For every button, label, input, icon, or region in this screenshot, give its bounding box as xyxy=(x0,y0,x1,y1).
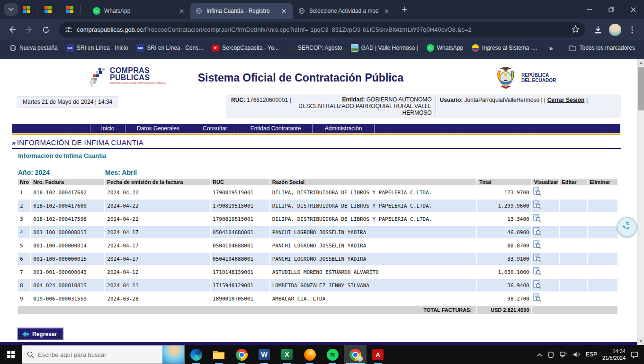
scroll-down-icon[interactable]: ▼ xyxy=(637,338,644,345)
sercop-page: COMPRAS PUBLICAS SERVICIO NACIONAL DE CO… xyxy=(0,59,637,345)
reload-icon[interactable] xyxy=(39,23,53,37)
menu-item-consultar[interactable]: Consultar xyxy=(191,124,239,133)
browser-toolbar: compraspublicas.gob.ec/ProcesoContrataci… xyxy=(0,19,644,40)
logout-link[interactable]: Cerrar Sesión xyxy=(547,97,585,103)
menu-item-administracion[interactable]: Administración xyxy=(312,124,374,133)
tray-device-icon[interactable] xyxy=(548,351,554,358)
notification-center-icon[interactable] xyxy=(631,351,638,358)
tab-title: Seleccione Actividad a modificar xyxy=(309,8,378,14)
total-filler xyxy=(532,306,617,314)
cell-eliminar xyxy=(588,239,617,252)
cell-fecha: 2024-04-11 xyxy=(105,279,210,291)
bookmarks-overflow-icon[interactable]: » xyxy=(549,44,553,52)
cell-editar xyxy=(560,186,587,199)
network-icon[interactable] xyxy=(559,351,567,358)
cell-factura: 001-001-000000043 xyxy=(31,266,104,278)
view-document-icon[interactable] xyxy=(533,200,541,209)
new-tab-button[interactable] xyxy=(400,5,409,14)
profile-avatar[interactable] xyxy=(608,23,622,37)
tab-close-icon[interactable] xyxy=(279,7,288,15)
user-info: Usuario: JuntaParroquialValleHermoso | [… xyxy=(440,96,588,103)
cell-nro: 1 xyxy=(18,186,30,199)
search-icon xyxy=(27,351,34,358)
taskbar-clock[interactable]: 14:34 21/5/2024 xyxy=(602,348,626,361)
download-icon[interactable] xyxy=(591,23,605,37)
tab-infima-cuantia[interactable]: Infima Cuantía - Registro xyxy=(190,3,293,19)
col-visualizar: Visualizar xyxy=(532,179,559,185)
all-bookmarks-button[interactable]: Todos los marcadores xyxy=(565,43,639,53)
windows-logo-icon xyxy=(7,351,15,358)
pinned-tab-microsoft-icon[interactable] xyxy=(23,6,30,13)
view-document-icon[interactable] xyxy=(533,227,541,236)
browser-menu-icon[interactable] xyxy=(625,23,639,37)
view-document-icon[interactable] xyxy=(533,240,541,249)
taskbar-chrome[interactable] xyxy=(230,345,253,364)
regresar-button[interactable]: Regresar xyxy=(17,328,63,340)
taskbar-explorer[interactable] xyxy=(207,345,230,364)
search-input[interactable] xyxy=(38,351,147,358)
floating-contact-widget[interactable] xyxy=(617,217,637,237)
pinned-tab-microsoft-icon[interactable] xyxy=(45,6,52,13)
url-bar[interactable]: compraspublicas.gob.ec/ProcesoContrataci… xyxy=(59,22,585,37)
cell-editar xyxy=(560,292,587,305)
view-document-icon[interactable] xyxy=(533,187,541,196)
regresar-label: Regresar xyxy=(32,331,57,337)
menu-item-inicio[interactable]: Inicio xyxy=(90,124,125,133)
pinned-tab-microsoft-icon[interactable] xyxy=(66,6,73,13)
bookmark-sercop-agosto[interactable]: m SERCOP: Agosto xyxy=(283,43,347,53)
bookmark-ingreso-sistema[interactable]: Ingreso al Sistema -... xyxy=(467,43,542,53)
ruc-info: RUC: 1768120600001 | xyxy=(231,96,291,103)
taskbar-spotify[interactable] xyxy=(321,345,344,364)
taskbar-excel[interactable]: X xyxy=(276,345,298,364)
view-document-icon[interactable] xyxy=(533,280,541,289)
tab-whatsapp[interactable]: WhatsApp xyxy=(88,3,190,19)
view-document-icon[interactable] xyxy=(533,254,541,263)
bookmark-sri-inicio[interactable]: SRI SRI en Línea - Inicio xyxy=(62,43,133,53)
bookmark-sri-consultas[interactable]: SRI SRI en Línea - Cons... xyxy=(132,43,207,53)
bookmark-gad-valle-hermoso[interactable]: GAD | Valle Hermoso | xyxy=(347,43,422,53)
scrollbar-thumb[interactable] xyxy=(638,67,644,110)
republic-block: REPÚBLICA DEL ECUADOR xyxy=(493,65,556,91)
tab-close-icon[interactable] xyxy=(177,7,186,15)
site-settings-icon[interactable] xyxy=(64,26,72,34)
volume-icon[interactable] xyxy=(572,351,581,358)
year-filter: Año: 2024 xyxy=(18,169,105,176)
minimize-button[interactable] xyxy=(579,0,600,19)
taskbar-chrome-active[interactable] xyxy=(344,345,367,364)
scrollbar[interactable]: ▲ ▼ xyxy=(637,59,644,345)
hidden-icons-chevron[interactable] xyxy=(537,353,543,357)
gold-stripe xyxy=(12,133,620,135)
cell-nro: 7 xyxy=(18,266,30,278)
tab-seleccione-actividad[interactable]: Seleccione Actividad a modificar xyxy=(293,3,395,19)
bookmark-nueva-pestana[interactable]: Nueva pestaña xyxy=(5,43,62,53)
tab-title: WhatsApp xyxy=(104,8,173,14)
scroll-up-icon[interactable]: ▲ xyxy=(637,59,644,66)
taskbar-word[interactable]: W xyxy=(253,345,276,364)
tab-close-icon[interactable] xyxy=(382,7,391,15)
view-document-icon[interactable] xyxy=(533,214,541,223)
cell-fecha: 2024-04-17 xyxy=(105,226,210,238)
back-icon[interactable] xyxy=(5,23,19,37)
taskbar-edge[interactable] xyxy=(185,345,207,364)
cell-razon: AMBACAR CIA. LTDA. xyxy=(270,292,477,305)
start-button[interactable] xyxy=(0,345,22,364)
taskbar-acrobat[interactable]: A xyxy=(367,345,389,364)
forward-icon[interactable] xyxy=(22,23,36,37)
close-window-button[interactable] xyxy=(622,0,644,19)
taskbar-search[interactable] xyxy=(22,345,185,364)
language-indicator[interactable]: ESP xyxy=(586,351,597,358)
tab-search-button[interactable] xyxy=(4,3,18,16)
bookmark-label: Ingreso al Sistema -... xyxy=(482,45,537,51)
bookmark-star-icon[interactable] xyxy=(567,25,580,35)
entity-value: GOBIERNO AUTONOMO DESCENTRALIZADO PARROQ… xyxy=(298,96,431,116)
landscape-favicon xyxy=(351,44,358,52)
bookmark-sercopcapacita[interactable]: SercopCapacita - Yo... xyxy=(207,43,283,53)
bookmark-whatsapp[interactable]: WhatsApp xyxy=(422,43,467,53)
entity-label: Entidad: xyxy=(342,96,365,103)
taskbar-firefox[interactable] xyxy=(298,345,321,364)
menu-item-datos-generales[interactable]: Datos Generales xyxy=(125,124,191,133)
view-document-icon[interactable] xyxy=(533,267,541,276)
view-document-icon[interactable] xyxy=(533,293,541,302)
menu-item-entidad-contratante[interactable]: Entidad Contratante xyxy=(239,124,312,133)
restore-button[interactable] xyxy=(600,0,622,19)
